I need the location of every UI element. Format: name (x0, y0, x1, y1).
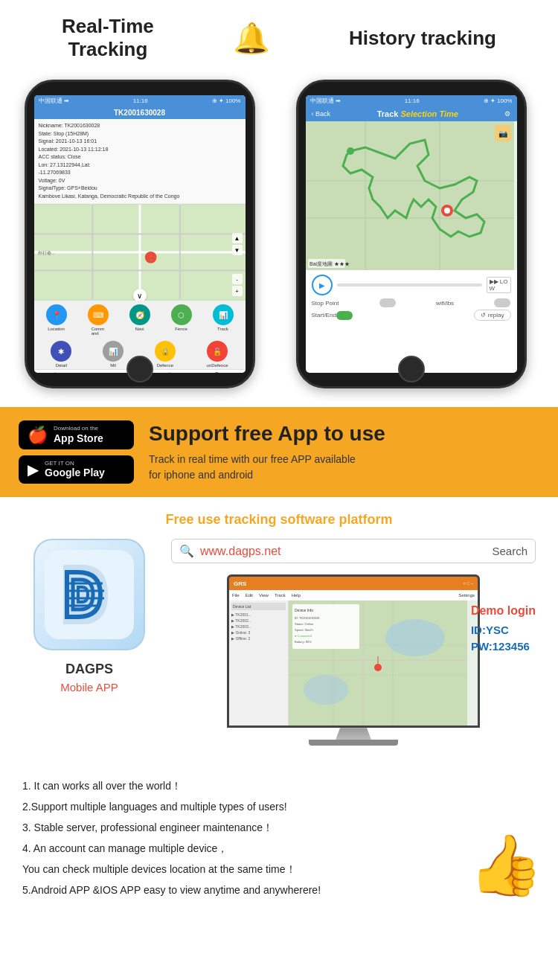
search-url: www.dagps.net (200, 545, 492, 558)
stop-point-toggle[interactable] (379, 298, 396, 307)
monitor-content: Device List ▶ TK2001... ▶ TK2002... ▶ TK… (229, 601, 478, 726)
start-end-toggle[interactable] (336, 311, 353, 320)
platform-content: DAGPS Mobile APP 🔍 www.dagps.net Search (22, 539, 536, 746)
monitor-area: GRS × □ – FileEditViewTrackHelp Settings (171, 574, 536, 746)
status-icons: ⊕ ✦ 100% (212, 97, 241, 104)
phone1-btns-row1: 📍Location ⌨Command 🧭Navi ⬡Fence 📊Track (34, 301, 246, 337)
info-lon: Lon: 27.13122944,Lat: (39, 161, 241, 170)
phone2-frame: 中国联通 ➡ 11:16 ⊕ ✦ 100% ‹ Back Track Selec… (296, 80, 527, 388)
thumbs-up-icon: 👍 (469, 830, 543, 900)
info-acc: ACC status: Close (39, 153, 241, 161)
svg-point-9 (444, 208, 450, 214)
monitor-ui-bar: GRS × □ – (229, 577, 478, 590)
phone1-info-box: Nickname: TK2001630028 State: Stop (15H2… (34, 119, 246, 204)
replay-button[interactable]: ↺ replay (474, 310, 510, 321)
svg-text:📍: 📍 (147, 254, 155, 262)
feature-item-0: 1. It can works all over the world！ (22, 775, 536, 796)
start-end-row: Start/End ↺ replay (312, 310, 511, 321)
info-signal-type: SignalType: GPS+Beidou (39, 185, 241, 193)
app-store-button[interactable]: 🍎 Download on the App Store (19, 420, 134, 449)
carrier2-text: 中国联通 ➡ (310, 97, 341, 105)
svg-text:● Connected: ● Connected (295, 634, 312, 638)
feature-item-4: You can check multiple devices location … (22, 859, 536, 880)
features-section: 1. It can works all over the world！2.Sup… (0, 760, 558, 908)
monitor-base (309, 740, 398, 746)
start-end-label: Start/End (312, 312, 336, 318)
search-icon: 🔍 (179, 544, 194, 558)
info-nickname: Nickname: TK2001630028 (39, 122, 241, 130)
demo-login-area: Demo login ID:YSC PW:123456 (471, 604, 536, 653)
back-label[interactable]: ‹ Back (312, 110, 331, 118)
phone1-frame: 中国联通 ➡ 11:16 ⊕ ✦ 100% TK2001630028 Nickn… (25, 80, 255, 388)
top-headers: Real-Time Tracking 🔔 History tracking (22, 15, 536, 61)
dagps-logo-svg (45, 550, 134, 639)
svg-text:Status: Online: Status: Online (295, 622, 314, 626)
wifi-lbs-toggle[interactable] (494, 298, 510, 307)
screen2-title: Track Selection Time (377, 109, 458, 118)
info-located: Located: 2021-10-13 11:12:18 (39, 146, 241, 154)
monitor-sidebar: Device List ▶ TK2001... ▶ TK2002... ▶ TK… (229, 601, 289, 726)
search-bar: 🔍 www.dagps.net Search (171, 539, 536, 563)
feature-item-3: 4. An account can manage multiple device… (22, 838, 536, 859)
history-title: History tracking (349, 27, 496, 50)
platform-title: Free use tracking software platform (22, 512, 536, 528)
info-voltage: Voltage: 0V (39, 177, 241, 185)
wifi-lbs-label: wifi/lbs (436, 300, 454, 307)
svg-text:Device Info: Device Info (295, 608, 313, 612)
right-content: 🔍 www.dagps.net Search GRS × □ – (171, 539, 536, 746)
phone2-home-btn (398, 356, 425, 382)
features-list: 1. It can works all over the world！2.Sup… (22, 775, 536, 900)
platform-section: Free use tracking software platform (0, 497, 558, 760)
svg-point-7 (347, 147, 354, 155)
phone2-screen: 中国联通 ➡ 11:16 ⊕ ✦ 100% ‹ Back Track Selec… (306, 95, 517, 373)
apple-icon: 🍎 (28, 426, 48, 445)
tracker-id: TK2001630028 (34, 106, 246, 119)
phones-section: 中国联通 ➡ 11:16 ⊕ ✦ 100% TK2001630028 Nickn… (0, 80, 558, 407)
speed-label: ▶▶ LOW (487, 277, 511, 293)
phone2-map: Bai度地圖 ★★★ 📷 (306, 121, 517, 270)
app-store-text: Download on the App Store (54, 425, 103, 444)
info-signal: Signal: 2021-10-13 16:01 (39, 138, 241, 146)
google-play-button[interactable]: ▶ GET IT ON Google Play (19, 455, 134, 484)
info-lat: -11.27069833 (39, 169, 241, 177)
stop-point-label: Stop Point (312, 300, 339, 307)
yellow-text-area: Support free App to use Track in real ti… (149, 422, 539, 483)
phone1-map: 📍 外行巷... ▲ ▼ + - ∨ (34, 204, 246, 301)
realtime-title: Real-Time Tracking (62, 15, 154, 61)
feature-item-1: 2.Support multiple languages and multipl… (22, 796, 536, 817)
svg-text:Speed: 0km/h: Speed: 0km/h (295, 628, 313, 632)
demo-label: Demo login (471, 604, 536, 618)
download-on-label: Download on the (54, 425, 103, 432)
phone2-status-bar: 中国联通 ➡ 11:16 ⊕ ✦ 100% (306, 95, 517, 106)
mobile-app-label: Mobile APP (60, 681, 118, 694)
phone1-wrapper: 中国联通 ➡ 11:16 ⊕ ✦ 100% TK2001630028 Nickn… (25, 80, 263, 392)
phone1-home-btn (126, 356, 153, 382)
monitor-nav: FileEditViewTrackHelp Settings (229, 590, 478, 601)
app-name: DAGPS (65, 662, 113, 677)
phone2-controls: ▶ ▶▶ LOW Stop Point wifi/lbs Start/End (306, 270, 517, 327)
carrier-text: 中国联通 ➡ (39, 97, 69, 105)
svg-point-20 (374, 664, 382, 671)
time-text: 11:16 (133, 97, 148, 104)
phone2-header: ‹ Back Track Selection Time ⚙ (306, 106, 517, 121)
search-button[interactable]: Search (492, 545, 527, 557)
feature-item-2: 3. Stable server, professional engineer … (22, 817, 536, 838)
app-logo-area: DAGPS Mobile APP (22, 539, 156, 694)
monitor-body: GRS × □ – FileEditViewTrackHelp Settings (227, 574, 480, 746)
play-button[interactable]: ▶ (312, 275, 333, 295)
time2-text: 11:16 (405, 97, 420, 104)
bell-icon: 🔔 (233, 21, 270, 56)
svg-text:Battery: 85%: Battery: 85% (295, 640, 312, 644)
support-title: Support free App to use (149, 422, 539, 446)
monitor-map: Device Info ID: TK2001630028 Status: Onl… (289, 601, 478, 726)
phone1-screen: 中国联通 ➡ 11:16 ⊕ ✦ 100% TK2001630028 Nickn… (34, 95, 246, 373)
google-play-name: Google Play (45, 467, 105, 479)
get-it-on-label: GET IT ON (45, 460, 105, 467)
monitor-screen: GRS × □ – FileEditViewTrackHelp Settings (227, 574, 480, 728)
svg-text:Bai度地圖 ★★★: Bai度地圖 ★★★ (310, 261, 350, 266)
phone1-status-bar: 中国联通 ➡ 11:16 ⊕ ✦ 100% (34, 95, 246, 106)
svg-point-19 (304, 675, 348, 705)
store-buttons: 🍎 Download on the App Store ▶ GET IT ON … (19, 420, 134, 484)
info-location: Kambove Likasi, Katanga, Democratic Repu… (39, 193, 241, 201)
svg-text:ID: TK2001630028: ID: TK2001630028 (295, 616, 320, 620)
